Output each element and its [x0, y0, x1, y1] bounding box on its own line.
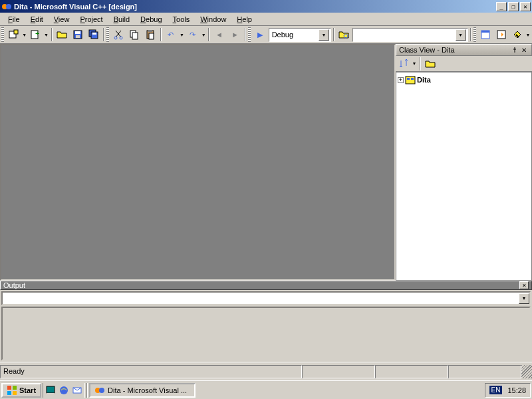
- toolbar-grip[interactable]: [106, 27, 109, 42]
- properties-button[interactable]: [493, 27, 509, 42]
- toolbar-separator: [103, 28, 104, 41]
- svg-rect-18: [149, 33, 154, 39]
- menu-build[interactable]: Build: [108, 14, 135, 25]
- output-filter-combo[interactable]: ▼: [1, 291, 531, 305]
- svg-rect-21: [481, 31, 489, 33]
- toolbar-grip[interactable]: [248, 27, 251, 42]
- svg-rect-23: [406, 76, 415, 84]
- toolbar-separator: [51, 28, 53, 41]
- new-folder-button[interactable]: [424, 57, 437, 70]
- svg-point-35: [99, 388, 104, 393]
- navigate-forward-button[interactable]: ►: [227, 27, 243, 42]
- start-button[interactable]: Start: [1, 383, 41, 398]
- output-title: Output: [3, 281, 519, 289]
- output-close-button[interactable]: ✕: [519, 281, 529, 289]
- svg-rect-25: [411, 78, 414, 80]
- pin-button[interactable]: [510, 45, 519, 55]
- undo-button[interactable]: ↶: [164, 27, 179, 42]
- system-tray: EN 15:28: [485, 383, 531, 398]
- svg-rect-27: [13, 386, 17, 390]
- menu-debug[interactable]: Debug: [135, 14, 167, 25]
- svg-rect-29: [13, 391, 17, 395]
- clock[interactable]: 15:28: [507, 386, 526, 394]
- menu-window[interactable]: Window: [195, 14, 231, 25]
- expand-icon[interactable]: +: [398, 77, 404, 83]
- new-project-button[interactable]: [6, 27, 21, 42]
- add-item-button[interactable]: +: [28, 27, 43, 42]
- app-icon: [1, 1, 12, 12]
- toolbar: ▼ + ▼ ↶ ▼ ↷ ▼ ◄ ► ▶ Debug ▼ ▼ ▼: [0, 26, 532, 44]
- config-combo-arrow[interactable]: ▼: [319, 29, 329, 41]
- undo-dropdown[interactable]: ▼: [179, 33, 184, 37]
- svg-rect-17: [148, 30, 152, 32]
- windows-icon: [7, 385, 17, 396]
- sort-button[interactable]: [397, 57, 410, 70]
- find-combo-arrow[interactable]: ▼: [456, 29, 466, 41]
- svg-text:+: +: [35, 29, 39, 37]
- menu-file[interactable]: File: [3, 14, 25, 25]
- sort-dropdown[interactable]: ▼: [412, 61, 417, 66]
- start-debug-button[interactable]: ▶: [253, 27, 268, 42]
- tree-root-label: Dita: [417, 76, 431, 84]
- maximize-button[interactable]: ❐: [508, 2, 519, 11]
- menu-help[interactable]: Help: [231, 14, 257, 25]
- app-icon: [94, 385, 105, 396]
- toolbar-separator: [208, 28, 209, 41]
- svg-point-1: [6, 4, 11, 9]
- language-indicator[interactable]: EN: [489, 386, 503, 394]
- svg-rect-26: [7, 386, 11, 390]
- svg-rect-7: [75, 31, 80, 34]
- classview-close-button[interactable]: ✕: [519, 45, 529, 55]
- taskbar: Start Dita - Microsoft Visual ... EN 15:…: [0, 380, 532, 399]
- minimize-button[interactable]: _: [496, 2, 507, 11]
- tree-root-item[interactable]: + Dita: [398, 74, 530, 86]
- menu-edit[interactable]: Edit: [25, 14, 49, 25]
- toolbar-grip[interactable]: [1, 27, 4, 42]
- add-item-dropdown[interactable]: ▼: [44, 33, 49, 37]
- status-pane-2: [302, 365, 375, 378]
- titlebar: Dita - Microsoft Visual C++ [design] _ ❐…: [0, 0, 532, 13]
- solution-explorer-button[interactable]: [478, 27, 493, 42]
- save-button[interactable]: [70, 27, 85, 42]
- output-titlebar: Output ✕: [0, 281, 532, 290]
- statusbar: Ready: [0, 362, 532, 380]
- paste-button[interactable]: [143, 27, 158, 42]
- resize-grip[interactable]: [521, 365, 532, 378]
- status-pane-3: [375, 365, 448, 378]
- config-value: Debug: [271, 31, 319, 39]
- new-project-dropdown[interactable]: ▼: [22, 33, 27, 37]
- toolbar-separator: [333, 28, 334, 41]
- output-body[interactable]: [1, 307, 531, 360]
- output-filter-arrow[interactable]: ▼: [519, 293, 529, 304]
- classview-title: Class View - Dita: [399, 46, 510, 54]
- mdi-client-area[interactable]: [0, 44, 396, 281]
- open-button[interactable]: [55, 27, 70, 42]
- save-all-button[interactable]: [86, 27, 101, 42]
- ie-button[interactable]: [58, 384, 70, 396]
- close-button[interactable]: ✕: [520, 2, 531, 11]
- outlook-button[interactable]: [71, 384, 83, 396]
- redo-dropdown[interactable]: ▼: [201, 33, 206, 37]
- taskbar-app-button[interactable]: Dita - Microsoft Visual ...: [89, 383, 196, 398]
- menu-project[interactable]: Project: [74, 14, 108, 25]
- svg-rect-24: [407, 78, 410, 80]
- workspace: Class View - Dita ✕ ▼ + Dita: [0, 44, 532, 281]
- copy-button[interactable]: [127, 27, 142, 42]
- config-combo[interactable]: Debug ▼: [269, 28, 331, 42]
- svg-rect-11: [92, 33, 96, 35]
- toolbar-separator: [245, 28, 246, 41]
- find-in-files-button[interactable]: [336, 27, 352, 42]
- toolbox-dropdown[interactable]: ▼: [525, 33, 531, 37]
- menu-tools[interactable]: Tools: [168, 14, 196, 25]
- toolbox-button[interactable]: [509, 27, 525, 42]
- navigate-back-button[interactable]: ◄: [211, 27, 227, 42]
- cut-button[interactable]: [111, 27, 126, 42]
- status-pane-4: [448, 365, 521, 378]
- start-label: Start: [19, 386, 36, 394]
- menu-view[interactable]: View: [49, 14, 75, 25]
- show-desktop-button[interactable]: [45, 384, 57, 396]
- toolbar-grip[interactable]: [473, 27, 476, 42]
- classview-tree[interactable]: + Dita: [396, 72, 532, 281]
- find-combo[interactable]: ▼: [352, 28, 468, 42]
- redo-button[interactable]: ↷: [185, 27, 200, 42]
